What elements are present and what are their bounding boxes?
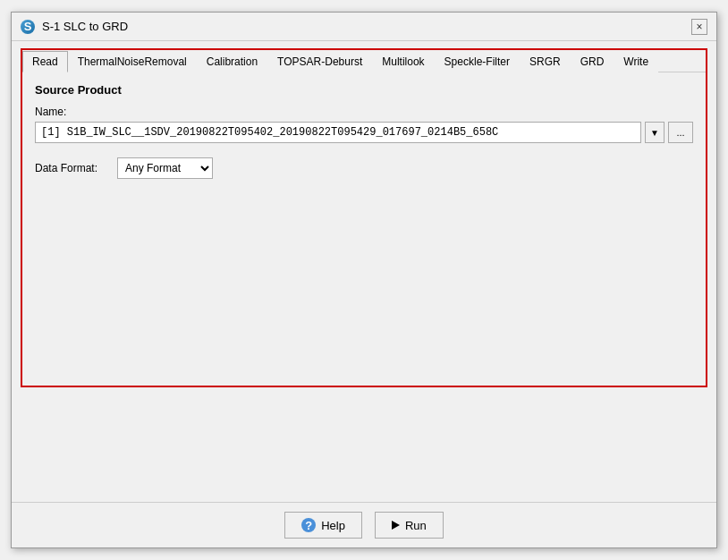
close-button[interactable]: ×: [691, 19, 707, 35]
section-title: Source Product: [35, 83, 693, 97]
content-spacer: [12, 387, 716, 502]
tab-calibration[interactable]: Calibration: [197, 51, 267, 72]
run-icon: [392, 521, 400, 530]
tab-grd[interactable]: GRD: [571, 51, 614, 72]
button-bar: ? Help Run: [12, 502, 716, 547]
format-row: Data Format: Any Format BEAM-DIMAP GeoTI…: [35, 157, 693, 179]
tab-content-read: Source Product Name: ▼ ... Data Format: …: [22, 72, 706, 386]
tab-multilook[interactable]: Multilook: [372, 51, 434, 72]
window-title: S-1 SLC to GRD: [42, 20, 128, 33]
main-window: S S-1 SLC to GRD × Read ThermalNoiseRemo…: [11, 12, 717, 548]
tabs-container: Read ThermalNoiseRemoval Calibration TOP…: [21, 48, 707, 387]
tab-thermal[interactable]: ThermalNoiseRemoval: [68, 51, 197, 72]
name-label: Name:: [35, 106, 693, 118]
tabs-row: Read ThermalNoiseRemoval Calibration TOP…: [22, 50, 706, 72]
help-button[interactable]: ? Help: [284, 512, 362, 539]
name-input[interactable]: [35, 122, 641, 143]
tab-write[interactable]: Write: [614, 51, 658, 72]
app-icon: S: [21, 20, 35, 34]
format-select[interactable]: Any Format BEAM-DIMAP GeoTIFF HDF5 NetCD…: [118, 158, 212, 178]
run-button[interactable]: Run: [375, 512, 444, 539]
title-bar: S S-1 SLC to GRD ×: [12, 13, 716, 41]
format-select-wrapper[interactable]: Any Format BEAM-DIMAP GeoTIFF HDF5 NetCD…: [117, 157, 213, 179]
tab-srgr[interactable]: SRGR: [520, 51, 571, 72]
run-label: Run: [405, 519, 427, 532]
name-input-row: ▼ ...: [35, 122, 693, 143]
help-icon: ?: [301, 518, 316, 532]
browse-button[interactable]: ...: [668, 122, 693, 143]
tab-topsar-deburst[interactable]: TOPSAR-Deburst: [267, 51, 372, 72]
format-label: Data Format:: [35, 162, 106, 174]
help-label: Help: [321, 519, 345, 532]
tab-speckle-filter[interactable]: Speckle-Filter: [435, 51, 520, 72]
title-bar-left: S S-1 SLC to GRD: [21, 20, 128, 34]
name-dropdown-button[interactable]: ▼: [645, 122, 665, 143]
tab-read[interactable]: Read: [22, 51, 68, 72]
